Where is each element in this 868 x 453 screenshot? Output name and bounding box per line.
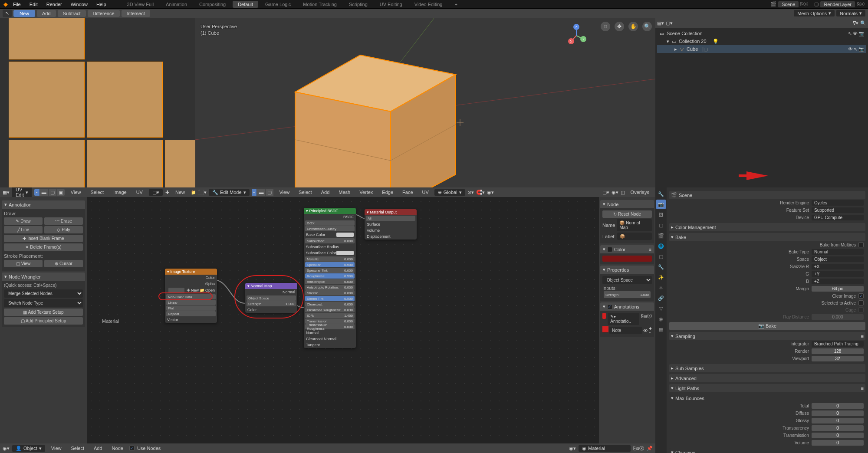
outliner-display-icon[interactable]: ▢▾	[666, 20, 673, 26]
annot-draw[interactable]: ✎ Draw	[4, 217, 43, 225]
uv-new[interactable]: New	[172, 189, 188, 195]
add-texture-setup[interactable]: ▦ Add Texture Setup	[4, 309, 83, 316]
tab-default[interactable]: Default	[233, 1, 258, 8]
np-node-hdr[interactable]: ▾ Node	[600, 200, 654, 208]
bake-margin[interactable]: 64 px	[812, 286, 864, 292]
menu-help[interactable]: Help	[93, 1, 110, 8]
reset-node[interactable]: ↻ Reset Node	[602, 210, 652, 218]
device[interactable]: GPU Compute	[812, 215, 864, 220]
mb-transmission[interactable]: 0	[812, 433, 864, 438]
use-nodes-check[interactable]	[129, 446, 135, 451]
plus-icon[interactable]: ✚	[165, 190, 169, 195]
btn-difference[interactable]: Difference	[88, 10, 120, 17]
annot-erase[interactable]: 〰 Erase	[44, 217, 83, 225]
uv-view[interactable]: View	[67, 189, 85, 195]
mode-select[interactable]: 🔧 Edit Mode ▾	[209, 189, 250, 196]
tab-motiontracking[interactable]: Motion Tracking	[298, 1, 342, 8]
snap-icon[interactable]: 🧲▾	[476, 190, 485, 195]
node-out-hdr[interactable]: ▾ Material Output	[365, 209, 417, 215]
tab-add[interactable]: +	[449, 1, 462, 8]
mb-diffuse[interactable]: 0	[812, 410, 864, 416]
integrator[interactable]: Branched Path Tracing	[812, 341, 864, 347]
np-space[interactable]: Object Space	[602, 276, 652, 284]
menu-edit[interactable]: Edit	[26, 1, 41, 8]
search-icon[interactable]: 🔍	[860, 20, 866, 26]
mb-glossy[interactable]: 0	[812, 418, 864, 423]
node-editor[interactable]: ▾ Annotation Draw: ✎ Draw 〰 Erase ╱ Line…	[0, 197, 655, 443]
vp-uv[interactable]: UV	[419, 189, 432, 195]
prop-edit-icon[interactable]: ◉▾	[487, 190, 494, 195]
merge-nodes[interactable]: Merge Selected Nodes	[4, 289, 83, 298]
n-add[interactable]: Add	[90, 445, 106, 451]
vp-edge[interactable]: Edge	[378, 189, 397, 195]
gizmo-toggle[interactable]: ▢▾	[602, 190, 609, 195]
tab-scripting[interactable]: Scripting	[344, 1, 373, 8]
mb-total[interactable]: 0	[812, 403, 864, 409]
menu-window[interactable]: Window	[67, 1, 91, 8]
switch-node-type[interactable]: Switch Node Type	[4, 299, 83, 307]
annotation-panel-hdr[interactable]: ▾ Annotation	[2, 200, 85, 209]
color-management[interactable]: ▸ Color Management	[669, 223, 865, 231]
tab-viewlayer[interactable]: ▢	[656, 220, 666, 230]
insert-blank-frame[interactable]: ✚ Insert Blank Frame	[4, 235, 83, 242]
advanced[interactable]: ▸ Advanced	[669, 374, 865, 382]
editor-type-node-icon[interactable]: ◉▾	[3, 446, 10, 451]
tab-material[interactable]: ◉	[656, 314, 666, 324]
editor-type-icon[interactable]: ▦▾	[3, 190, 10, 195]
overlay-toggle[interactable]: ◉▾	[612, 190, 618, 195]
feature-set[interactable]: Supported	[812, 207, 864, 213]
bake-multires[interactable]	[858, 242, 864, 247]
material-field[interactable]: ◉ Material	[579, 445, 631, 452]
cube-mesh[interactable]	[291, 40, 464, 187]
sp-view[interactable]: ▢ View	[4, 260, 43, 267]
collection20-row[interactable]: ▾ ▭Collection 20💡	[657, 37, 866, 45]
cursor-tool-icon[interactable]: ↖	[3, 10, 12, 17]
uv-uv[interactable]: UV	[133, 189, 146, 195]
n-node[interactable]: Node	[108, 445, 127, 451]
rl-btns[interactable]: ⎘ⓧ	[857, 1, 865, 7]
tab-render[interactable]: 📷	[656, 200, 666, 209]
tab-object[interactable]: ▢	[656, 252, 666, 261]
filter-icon[interactable]: ∇▾	[853, 20, 858, 26]
overlays-label[interactable]: Overlays	[627, 189, 653, 195]
sel-to-active[interactable]	[858, 300, 864, 305]
orientation[interactable]: ⊕ Global ▾	[434, 189, 465, 196]
tab-texture[interactable]: ▦	[656, 325, 666, 334]
tab-particles[interactable]: ✨	[656, 272, 666, 282]
node-imgtex-hdr[interactable]: ▾ Image Texture	[165, 269, 217, 275]
xray-icon[interactable]: ◫	[621, 190, 625, 195]
mat-btns[interactable]: ⎘▤ⓧ	[633, 445, 644, 452]
tab-gamelogic[interactable]: Game Logic	[260, 1, 296, 8]
bake-space[interactable]: Object	[812, 256, 864, 262]
tab-3dviewfull[interactable]: 3D View Full	[122, 1, 159, 8]
vp-face[interactable]: Face	[399, 189, 416, 195]
annot-layer[interactable]: ✎▾ Annotatio..	[608, 313, 639, 325]
delete-frames[interactable]: ✕ Delete Frame(s)	[4, 243, 83, 251]
node-principled-bsdf[interactable]: ▾ Principled BSDF BSDF GGX Christensen-B…	[304, 208, 356, 348]
tab-meshdata[interactable]: ▽	[656, 304, 666, 313]
vp-vertex[interactable]: Vertex	[356, 189, 376, 195]
clear-image[interactable]	[858, 293, 864, 299]
editor-type-3d-icon[interactable]: ⬛▾	[198, 190, 207, 195]
annot-color[interactable]	[602, 313, 606, 319]
sampling-panel[interactable]: ▾ Sampling≡	[669, 332, 865, 340]
3d-viewport[interactable]: User Perspective (1) Cube X Y Z	[195, 18, 655, 187]
vp-mesh[interactable]: Mesh	[335, 189, 354, 195]
vp-sel-modes[interactable]: ▪▬▢	[252, 189, 274, 196]
tab-constraints[interactable]: 🔗	[656, 293, 666, 303]
normals-dd[interactable]: Normals▾	[836, 10, 865, 16]
nodewrangler-hdr[interactable]: ▾ Node Wrangler	[2, 272, 85, 281]
viewport-samples[interactable]: 32	[812, 356, 864, 361]
uv-select[interactable]: Select	[87, 189, 108, 195]
tab-output[interactable]: 🖼	[656, 210, 666, 220]
mb-volume[interactable]: 0	[812, 440, 864, 446]
node-label-field[interactable]: 📦	[617, 233, 652, 240]
scene-collection-row[interactable]: ▭Scene Collection↖👁📷	[657, 30, 866, 37]
maxbounces[interactable]: ▾ Max Bounces	[669, 394, 865, 402]
tab-uvediting[interactable]: UV Editing	[375, 1, 408, 8]
outliner-type-icon[interactable]: ▤▾	[657, 20, 664, 26]
bake-button[interactable]: 📷 Bake	[669, 322, 865, 330]
uv-image[interactable]: Image	[110, 189, 130, 195]
tab-modifier[interactable]: 🔧	[656, 262, 666, 272]
btn-intersect[interactable]: Intersect	[122, 10, 150, 17]
